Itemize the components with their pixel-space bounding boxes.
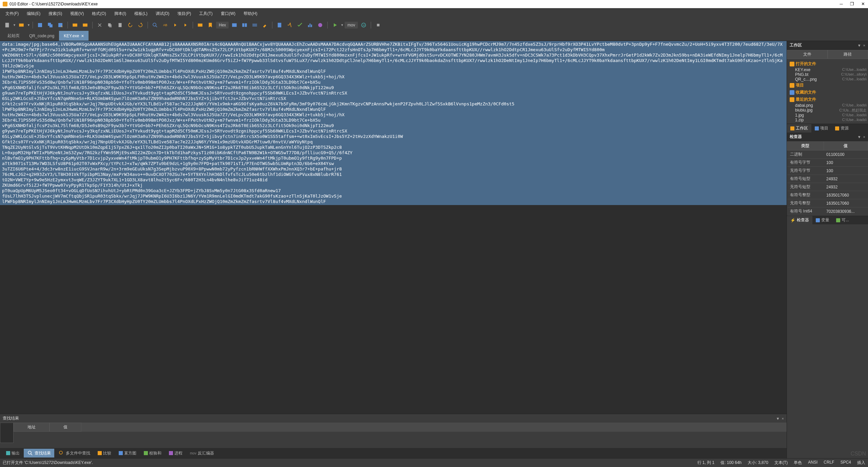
disassembler-config-button[interactable]: 16 <box>359 21 368 29</box>
process-button[interactable] <box>316 21 325 29</box>
btab-output[interactable]: 输出 <box>3 449 23 458</box>
close-button[interactable]: ✕ <box>861 2 865 6</box>
toggle-hex-button[interactable] <box>230 21 239 29</box>
histogram-button[interactable] <box>306 21 314 29</box>
panel-dropdown-icon[interactable]: ▼ <box>857 135 861 139</box>
bookmark-button[interactable] <box>206 21 215 29</box>
tree-file[interactable]: KEY.exeC:\Use...loads\ <box>788 67 867 72</box>
checksum-button[interactable] <box>295 21 304 29</box>
search-col-address[interactable]: 地址 <box>14 423 50 432</box>
side-tab-inspector[interactable]: ⚡检查器 <box>787 216 812 224</box>
tree-file[interactable]: biubiu.jpgC:\Us...然赶我走 <box>788 108 867 113</box>
menu-script[interactable]: 脚本(I) <box>112 9 129 18</box>
tree-file[interactable]: 1.zipC:\Use...loads\ <box>788 118 867 122</box>
btab-disassembler[interactable]: mov反汇编器 <box>187 449 217 458</box>
menu-format[interactable]: 格式(O) <box>89 9 109 18</box>
status-type[interactable]: 文本(T) <box>774 460 788 466</box>
paste-button[interactable] <box>116 21 124 29</box>
copy-button[interactable] <box>105 21 114 29</box>
inspector-row[interactable]: 有符号字节100 <box>787 159 868 167</box>
btab-histogram[interactable]: 直方图 <box>115 449 140 458</box>
btab-find-in-files[interactable]: 多文件中查找 <box>55 449 94 458</box>
panel-dropdown-icon[interactable]: ▼ <box>776 417 780 421</box>
tab-keyexe[interactable]: KEY.exe × <box>59 31 89 41</box>
find-next-button[interactable] <box>181 21 190 29</box>
panel-close-icon[interactable]: × <box>863 135 865 139</box>
workspace-col-file[interactable]: 文件 <box>787 50 828 59</box>
tree-section-recent[interactable]: 最近的文件 <box>788 96 867 103</box>
tree-section-favorites[interactable]: 收藏的文件 <box>788 89 867 96</box>
btab-checksum[interactable]: 校验和 <box>140 449 165 458</box>
tab-start[interactable]: 起始页 <box>3 31 24 41</box>
open-dropdown[interactable]: ▼ <box>27 23 30 27</box>
inspector-row[interactable]: 无符号字节100 <box>787 167 868 175</box>
tree-file[interactable]: PNG.btC:\User...sitory\ <box>788 72 867 77</box>
inspector-row[interactable]: 有符号 Int6470203830936... <box>787 207 868 216</box>
highlight-button[interactable] <box>261 21 269 29</box>
status-spacing[interactable]: SPC4 <box>841 460 851 466</box>
btab-results[interactable]: 查找结果 <box>24 449 54 458</box>
editor-area[interactable]: data:image/jpg;base64,iVBORw0KGgoAAAANSU… <box>0 41 787 414</box>
status-insert-mode[interactable]: 插入 <box>857 460 865 466</box>
tree-section-project[interactable]: 项目 <box>788 82 867 89</box>
cut-button[interactable] <box>95 21 104 29</box>
menu-template[interactable]: 模板(L) <box>132 9 150 18</box>
compare-button[interactable] <box>285 21 294 29</box>
minimize-button[interactable]: ─ <box>839 2 844 6</box>
save-button[interactable] <box>36 21 44 29</box>
inspector-row[interactable]: 二进制01100100 <box>787 150 868 159</box>
status-encoding[interactable]: ANSI <box>808 460 817 466</box>
side-tab-targets[interactable]: 可... <box>833 216 852 224</box>
menu-project[interactable]: 项目(P) <box>175 9 194 18</box>
side-tab-workspace[interactable]: 工作区 <box>787 124 811 133</box>
run-script-button[interactable] <box>330 21 339 29</box>
find-button[interactable] <box>151 21 159 29</box>
open-project-button[interactable] <box>71 21 79 29</box>
replace-button[interactable]: AB <box>161 21 170 29</box>
tab-qrcode[interactable]: QR_code.png <box>24 31 59 41</box>
save-all-button[interactable] <box>46 21 55 29</box>
save-project-button[interactable] <box>81 21 90 29</box>
side-tab-variables[interactable]: 变量 <box>812 216 833 224</box>
menu-window[interactable]: 窗口(W) <box>218 9 238 18</box>
tree-file[interactable]: QR_c....pngC:\Use...loads\ <box>788 77 867 82</box>
inspector-row[interactable]: 无符号整型1635017060 <box>787 199 868 207</box>
workspace-col-path[interactable]: 路径 <box>828 50 868 59</box>
maximize-button[interactable]: ❐ <box>850 2 854 6</box>
find-prev-button[interactable] <box>171 21 180 29</box>
menu-tools[interactable]: 工具(T) <box>196 9 215 18</box>
tree-file[interactable]: 1.jpgC:\Use...loads\ <box>788 113 867 118</box>
ruler-button[interactable] <box>250 21 259 29</box>
btab-process[interactable]: 进程 <box>166 449 186 458</box>
mov-label[interactable]: mov <box>345 22 358 28</box>
menu-file[interactable]: 文件(F) <box>3 9 21 18</box>
workspace-tree[interactable]: 打开的文件 KEY.exeC:\Use...loads\ PNG.btC:\Us… <box>787 59 868 124</box>
btab-compare[interactable]: 比较 <box>94 449 115 458</box>
inspector-col-type[interactable]: 类型 <box>787 142 824 150</box>
tree-section-open[interactable]: 打开的文件 <box>788 60 867 67</box>
open-file-button[interactable] <box>17 21 26 29</box>
undo-button[interactable] <box>126 21 135 29</box>
editor-content[interactable]: data:image/jpg;base64,iVBORw0KGgoAAAANSU… <box>0 41 787 205</box>
tab-close-icon[interactable]: × <box>81 33 84 39</box>
menu-view[interactable]: 视图(V) <box>67 9 86 18</box>
new-dropdown[interactable]: ▼ <box>13 23 16 27</box>
panel-close-icon[interactable]: × <box>782 417 784 421</box>
search-col-value[interactable]: 值 <box>50 423 81 432</box>
inspector-row[interactable]: 有符号整型1635017060 <box>787 191 868 199</box>
save-as-button[interactable] <box>56 21 65 29</box>
stop-button[interactable] <box>374 21 383 29</box>
new-file-button[interactable] <box>3 21 12 29</box>
goto-button[interactable] <box>196 21 205 29</box>
calculator-button[interactable] <box>275 21 284 29</box>
redo-button[interactable] <box>136 21 145 29</box>
inspector-col-value[interactable]: 值 <box>824 142 868 150</box>
menu-search[interactable]: 搜索(S) <box>46 9 65 18</box>
inspector-row[interactable]: 无符号短型24932 <box>787 183 868 191</box>
run-dropdown[interactable]: ▼ <box>341 23 343 27</box>
status-lineending[interactable]: CRLF <box>824 460 834 466</box>
side-tab-project[interactable]: 项目 <box>811 124 832 133</box>
menu-help[interactable]: 帮助(H) <box>241 9 260 18</box>
side-tab-resources[interactable]: 资源 <box>832 124 852 133</box>
inspector-row[interactable]: 有符号短型24932 <box>787 175 868 183</box>
